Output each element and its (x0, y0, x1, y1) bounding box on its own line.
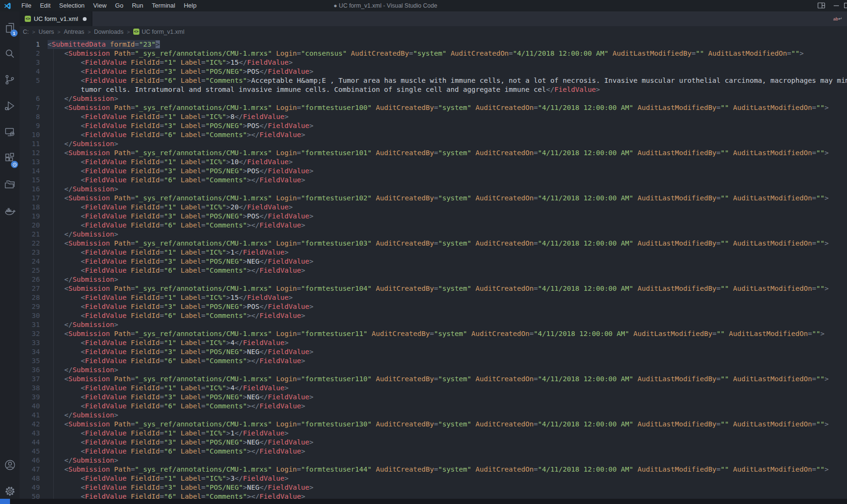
breadcrumb-item-1[interactable]: Users (39, 29, 54, 35)
breadcrumb-item-3[interactable]: Downloads (94, 29, 124, 35)
code-line[interactable]: 23 <FieldValue FieldId="1" Label="IC%">1… (20, 248, 847, 257)
code-line-content[interactable]: <Submission Path="_sys_ref/annotations/C… (48, 329, 825, 338)
line-number[interactable]: 20 (20, 221, 40, 230)
code-line-content[interactable]: <FieldValue FieldId="6" Label="Comments"… (48, 311, 305, 320)
code-line[interactable]: 13 <FieldValue FieldId="1" Label="IC%">1… (20, 158, 847, 167)
code-line-content[interactable]: <FieldValue FieldId="3" Label="POS/NEG">… (48, 347, 314, 356)
code-line[interactable]: 34 <FieldValue FieldId="3" Label="POS/NE… (20, 347, 847, 356)
line-number[interactable]: 39 (20, 393, 40, 402)
code-line-content[interactable]: <FieldValue FieldId="1" Label="IC%">15</… (48, 293, 293, 302)
code-line-content[interactable]: </Submission> (48, 411, 118, 420)
line-number[interactable]: 24 (20, 257, 40, 266)
code-line[interactable]: 46 </Submission> (20, 456, 847, 465)
line-number[interactable]: 45 (20, 447, 40, 456)
line-number[interactable]: 28 (20, 293, 40, 302)
line-number[interactable]: 21 (20, 230, 40, 239)
line-number[interactable]: 12 (20, 148, 40, 158)
code-line[interactable]: 18 <FieldValue FieldId="1" Label="IC%">2… (20, 203, 847, 212)
code-line-content[interactable]: <FieldValue FieldId="6" Label="Comments"… (48, 447, 305, 456)
line-number[interactable]: 48 (20, 474, 40, 483)
line-number[interactable]: 29 (20, 302, 40, 311)
line-number[interactable]: 47 (20, 465, 40, 474)
menu-go[interactable]: Go (111, 0, 128, 11)
code-line-content[interactable]: <Submission Path="_sys_ref/annotations/C… (48, 194, 828, 203)
code-line-content[interactable]: </Submission> (48, 230, 118, 239)
code-line-content[interactable]: </Submission> (48, 139, 118, 148)
line-number[interactable]: 25 (20, 266, 40, 275)
line-number[interactable]: 5 (20, 76, 40, 85)
code-line[interactable]: 43 <FieldValue FieldId="1" Label="IC%">1… (20, 429, 847, 438)
code-line-content[interactable]: <Submission Path="_sys_ref/annotations/C… (48, 239, 828, 248)
code-line[interactable]: 40 <FieldValue FieldId="6" Label="Commen… (20, 402, 847, 411)
line-number[interactable]: 30 (20, 311, 40, 320)
docker-icon[interactable] (0, 198, 20, 224)
code-line[interactable]: 32 <Submission Path="_sys_ref/annotation… (20, 329, 847, 338)
sidebar-item-extensions[interactable] (0, 145, 20, 171)
code-line[interactable]: 19 <FieldValue FieldId="3" Label="POS/NE… (20, 212, 847, 221)
code-line-content[interactable]: <FieldValue FieldId="6" Label="Comments"… (48, 176, 305, 185)
code-line-content[interactable]: <FieldValue FieldId="1" Label="IC%">10</… (48, 158, 293, 167)
code-line[interactable]: 27 <Submission Path="_sys_ref/annotation… (20, 284, 847, 293)
breadcrumb-item-2[interactable]: Antreas (64, 29, 84, 35)
code-line-content[interactable]: <FieldValue FieldId="6" Label="Comments"… (48, 266, 305, 275)
line-number[interactable]: 42 (20, 420, 40, 429)
code-line[interactable]: 22 <Submission Path="_sys_ref/annotation… (20, 239, 847, 248)
sidebar-item-remote-explorer[interactable] (0, 119, 20, 145)
line-number[interactable]: 40 (20, 402, 40, 411)
line-number[interactable]: 1 (20, 40, 40, 49)
line-number[interactable]: 13 (20, 158, 40, 167)
line-number[interactable]: 33 (20, 338, 40, 347)
code-line-content[interactable]: <SubmittedData formId="23"> (48, 40, 160, 49)
line-number[interactable]: 38 (20, 384, 40, 393)
line-number[interactable]: 15 (20, 176, 40, 185)
code-line-content[interactable]: <FieldValue FieldId="1" Label="IC%">1</F… (48, 248, 288, 257)
menu-view[interactable]: View (89, 0, 111, 11)
maximize-button[interactable] (844, 2, 847, 9)
line-number[interactable]: 6 (20, 94, 40, 103)
code-line[interactable]: 24 <FieldValue FieldId="3" Label="POS/NE… (20, 257, 847, 266)
line-number[interactable]: 18 (20, 203, 40, 212)
line-number[interactable]: 19 (20, 212, 40, 221)
code-line-content[interactable]: <Submission Path="_sys_ref/annotations/C… (48, 420, 828, 429)
code-line-content[interactable]: <FieldValue FieldId="1" Label="IC%">20</… (48, 203, 293, 212)
code-line[interactable]: 9 <FieldValue FieldId="3" Label="POS/NEG… (20, 121, 847, 130)
line-number[interactable]: 31 (20, 320, 40, 329)
code-line[interactable]: 21 </Submission> (20, 230, 847, 239)
code-line[interactable]: 6 </Submission> (20, 94, 847, 103)
code-line-content[interactable]: <FieldValue FieldId="1" Label="IC%">1</F… (48, 429, 288, 438)
code-line-content[interactable]: <FieldValue FieldId="1" Label="IC%">4</F… (48, 338, 288, 347)
code-line[interactable]: 15 <FieldValue FieldId="6" Label="Commen… (20, 176, 847, 185)
menu-selection[interactable]: Selection (55, 0, 89, 11)
line-number[interactable]: 14 (20, 167, 40, 176)
menu-file[interactable]: File (17, 0, 36, 11)
code-line-content[interactable]: tumor cells. Intratumoral and stromal in… (48, 85, 600, 94)
code-line-content[interactable]: <Submission Path="_sys_ref/annotations/C… (48, 284, 828, 293)
code-line[interactable]: 48 <FieldValue FieldId="1" Label="IC%">3… (20, 474, 847, 483)
line-number[interactable]: 8 (20, 112, 40, 121)
line-number[interactable]: 26 (20, 275, 40, 284)
code-line-content[interactable]: <Submission Path="_sys_ref/annotations/C… (48, 465, 828, 474)
line-number[interactable]: 4 (20, 67, 40, 76)
line-number[interactable]: 32 (20, 329, 40, 338)
code-line[interactable]: 47 <Submission Path="_sys_ref/annotation… (20, 465, 847, 474)
code-line[interactable]: 37 <Submission Path="_sys_ref/annotation… (20, 375, 847, 384)
code-line[interactable]: 10 <FieldValue FieldId="6" Label="Commen… (20, 130, 847, 139)
customize-layout-icon[interactable] (817, 2, 825, 9)
code-line[interactable]: 8 <FieldValue FieldId="1" Label="IC%">8<… (20, 112, 847, 121)
line-number[interactable]: 43 (20, 429, 40, 438)
code-line[interactable]: 29 <FieldValue FieldId="3" Label="POS/NE… (20, 302, 847, 311)
line-number[interactable]: 10 (20, 130, 40, 139)
sidebar-item-search[interactable] (0, 40, 20, 67)
code-line[interactable]: 38 <FieldValue FieldId="1" Label="IC%">4… (20, 384, 847, 393)
code-line[interactable]: 31 </Submission> (20, 320, 847, 329)
code-line-content[interactable]: <FieldValue FieldId="3" Label="POS/NEG">… (48, 167, 314, 176)
code-line-content[interactable]: <FieldValue FieldId="1" Label="IC%">4</F… (48, 384, 288, 393)
code-line[interactable]: 3 <FieldValue FieldId="1" Label="IC%">15… (20, 58, 847, 67)
code-line-content[interactable]: <Submission Path="_sys_ref/annotations/C… (48, 49, 804, 58)
line-number[interactable]: 34 (20, 347, 40, 356)
code-line-content[interactable]: <FieldValue FieldId="6" Label="Comments"… (48, 130, 305, 139)
line-number[interactable]: 2 (20, 49, 40, 58)
code-line[interactable]: 41 </Submission> (20, 411, 847, 420)
code-line[interactable]: 17 <Submission Path="_sys_ref/annotation… (20, 194, 847, 203)
code-line[interactable]: 20 <FieldValue FieldId="6" Label="Commen… (20, 221, 847, 230)
